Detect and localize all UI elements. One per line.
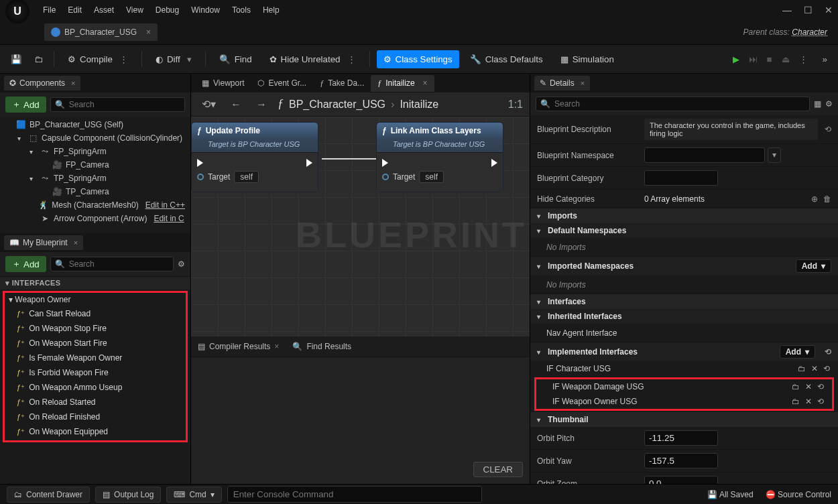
remove-icon[interactable]: ✕ (805, 397, 812, 406)
add-blueprint-button[interactable]: ＋Add (5, 256, 46, 272)
interface-group-title[interactable]: ▾ Weapon Owner (5, 293, 186, 306)
remove-icon[interactable]: ✕ (805, 382, 812, 391)
exec-pin-out[interactable] (306, 159, 312, 167)
breadcrumb-root[interactable]: BP_Character_USG (289, 99, 385, 111)
compile-button[interactable]: ⚙Compile⋮ (61, 50, 135, 68)
menu-help[interactable]: Help (263, 5, 280, 15)
tab-viewport[interactable]: ▦Viewport (195, 75, 251, 91)
impl-interface-row[interactable]: IF Weapon Damage USG 🗀✕⟲ (536, 379, 832, 394)
details-tab[interactable]: ✎ Details × (534, 76, 590, 90)
grid-icon[interactable]: ▦ (814, 99, 821, 109)
remove-icon[interactable]: ✕ (811, 364, 818, 373)
edit-link[interactable]: Edit in C++ (145, 200, 185, 210)
add-array-icon[interactable]: ⊕ (811, 194, 818, 204)
play-button[interactable]: ▶ (729, 50, 743, 68)
close-icon[interactable]: × (581, 79, 585, 87)
cmd-dropdown[interactable]: ⌨Cmd ▾ (166, 487, 221, 503)
graph-canvas[interactable]: BLUEPRINT ƒUpdate Profile Target is BP C… (191, 117, 530, 336)
gear-icon[interactable]: ⚙ (825, 99, 833, 109)
clear-array-icon[interactable]: 🗑 (823, 194, 831, 204)
component-tp_camera[interactable]: 🎥TP_Camera (0, 185, 190, 198)
tab-initialize[interactable]: ƒInitailize× (371, 75, 434, 92)
browse-icon[interactable]: 🗀 (798, 364, 806, 373)
play-options[interactable]: ⋮ (795, 50, 812, 68)
menu-view[interactable]: View (126, 5, 143, 15)
pin-dot[interactable] (197, 174, 204, 180)
tab-find-results[interactable]: 🔍Find Results (286, 338, 358, 355)
component-fp_springarm[interactable]: ▾⤳FP_SpringArm (0, 145, 190, 158)
orbit-zoom-input[interactable] (644, 476, 718, 484)
close-icon[interactable]: × (423, 78, 428, 88)
components-tab[interactable]: ✪ Components × (4, 76, 80, 90)
step-button[interactable]: ⏭ (745, 50, 762, 68)
node-update-profile[interactable]: ƒUpdate Profile Target is BP Character U… (191, 122, 318, 192)
close-icon[interactable]: × (74, 239, 78, 247)
document-tab[interactable]: BP_Character_USG × (44, 23, 158, 41)
interface-function[interactable]: ƒ⁺Can Start Reload (5, 306, 186, 321)
maximize-icon[interactable]: ☐ (804, 5, 813, 15)
nav-dropdown[interactable]: ⟲▾ (198, 95, 220, 113)
details-search-input[interactable] (554, 99, 805, 109)
all-saved-status[interactable]: 💾 All Saved (707, 490, 753, 499)
reset-icon[interactable]: ⟲ (817, 382, 824, 391)
menu-window[interactable]: Window (191, 5, 220, 15)
add-interface[interactable]: Add ▾ (780, 345, 815, 359)
component-bp_character_usg[interactable]: 🟦BP_Character_USG (Self) (0, 118, 190, 131)
add-namespace[interactable]: Add ▾ (796, 259, 831, 273)
find-button[interactable]: 🔍Find (213, 50, 259, 68)
class-settings-button[interactable]: ⚙Class Settings (377, 50, 459, 68)
row-nav-agent[interactable]: Nav Agent Interface (530, 324, 838, 342)
interface-function[interactable]: ƒ⁺Is Female Weapon Owner (5, 351, 186, 365)
breadcrumb-function[interactable]: Initailize (400, 99, 438, 111)
component-arrow[interactable]: ➤Arrow Component (Arrow)Edit in C (0, 212, 190, 225)
my-blueprint-tab[interactable]: 📖 My Blueprint × (4, 235, 83, 250)
component-mesh[interactable]: 🕺Mesh (CharacterMesh0)Edit in C++ (0, 198, 190, 212)
chevron-down-icon[interactable]: ▾ (768, 147, 781, 163)
interface-function[interactable]: ƒ⁺Is Forbid Weapon Fire (5, 365, 186, 380)
edit-link[interactable]: Edit in C (154, 214, 184, 223)
expand-toolbar-icon[interactable]: » (819, 50, 831, 68)
node-link-anim[interactable]: ƒLink Anim Class Layers Target is BP Cha… (376, 122, 503, 192)
output-log-button[interactable]: ▤Output Log (95, 487, 161, 503)
interface-function[interactable]: ƒ⁺On Weapon Ammo Useup (5, 380, 186, 395)
nav-back[interactable]: ← (227, 96, 245, 113)
close-tab-icon[interactable]: × (146, 27, 151, 37)
hide-unrelated-button[interactable]: ✿Hide Unrelated⋮ (263, 50, 363, 68)
interface-function[interactable]: ƒ⁺On Weapon Start Fire (5, 336, 186, 351)
components-search-input[interactable] (69, 100, 180, 109)
menu-file[interactable]: File (43, 5, 56, 15)
reset-icon[interactable]: ⟲ (817, 397, 824, 406)
impl-interface-row[interactable]: IF Weapon Owner USG 🗀✕⟲ (536, 394, 832, 409)
eject-button[interactable]: ⏏ (778, 50, 794, 68)
details-search[interactable]: 🔍 (536, 97, 810, 111)
components-search[interactable]: 🔍 (50, 97, 185, 112)
gear-icon[interactable]: ⚙ (178, 259, 185, 269)
component-fp_camera[interactable]: 🎥FP_Camera (0, 158, 190, 172)
tab-take-damage[interactable]: ƒTake Da... (313, 75, 371, 92)
group-implemented-interfaces[interactable]: ▾Implemented Interfaces Add ▾ ⟲ (530, 342, 838, 361)
group-imports[interactable]: ▾Imports (530, 208, 838, 223)
menu-debug[interactable]: Debug (156, 5, 179, 15)
reset-icon[interactable]: ⟲ (825, 125, 831, 134)
exec-pin-in[interactable] (382, 159, 388, 167)
interfaces-section[interactable]: ▾ INTERFACES (0, 276, 190, 290)
group-default-ns[interactable]: ▾Default Namespaces (530, 223, 838, 238)
menu-asset[interactable]: Asset (94, 5, 114, 15)
nav-forward[interactable]: → (252, 96, 271, 113)
reset-icon[interactable]: ⟲ (823, 364, 830, 373)
add-component-button[interactable]: ＋Add (5, 97, 46, 113)
close-icon[interactable]: ✕ (825, 5, 833, 15)
interface-function[interactable]: ƒ⁺On Weapon Equipped (5, 424, 186, 439)
console-input[interactable] (227, 486, 482, 503)
close-icon[interactable]: × (71, 79, 75, 87)
content-drawer-button[interactable]: 🗂Content Drawer (7, 487, 90, 503)
browse-icon[interactable]: 🗀 (792, 382, 800, 391)
simulation-button[interactable]: ▦Simulation (554, 50, 621, 68)
parent-class-link[interactable]: Character (792, 27, 827, 37)
component-capsule[interactable]: ▾⬚Capsule Component (CollisionCylinder) (0, 131, 190, 145)
myblueprint-search[interactable]: 🔍 (50, 257, 174, 271)
interface-function[interactable]: ƒ⁺On Reload Started (5, 395, 186, 410)
orbit-pitch-input[interactable] (644, 430, 718, 446)
category-input[interactable] (644, 170, 718, 186)
close-icon[interactable]: × (274, 342, 279, 351)
